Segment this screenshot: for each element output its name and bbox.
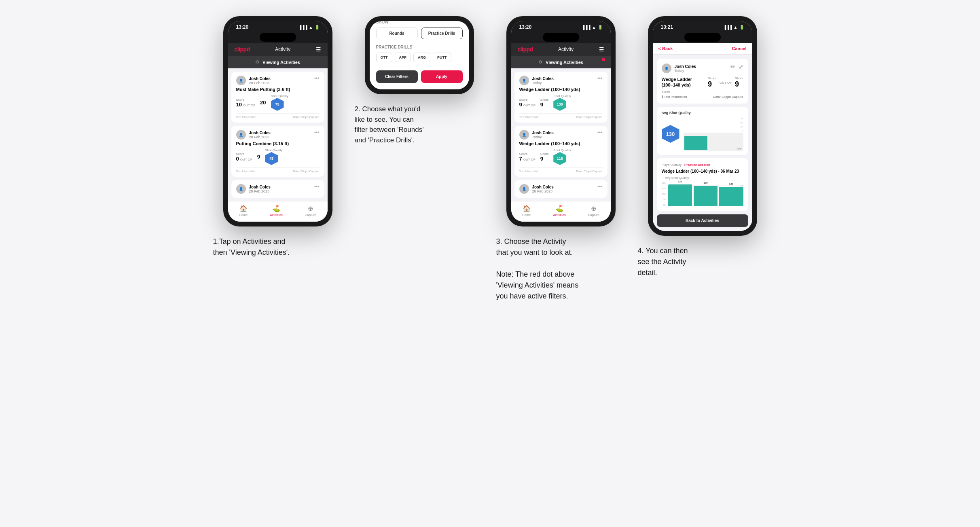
avg-hex-4: 130: [662, 125, 679, 143]
bar-val-2-4: 129: [703, 182, 707, 184]
edit-icon-4[interactable]: ✏: [730, 63, 735, 70]
chart-bar-4: [684, 136, 708, 150]
shots-label-3-2: Shots: [540, 152, 548, 156]
practice-drills-label-2: Practice Drills: [376, 45, 463, 49]
footer-right-3-2: Data: Clippd Capture: [576, 170, 602, 173]
chip-putt-2[interactable]: PUTT: [433, 53, 451, 62]
three-dots-1-1[interactable]: •••: [314, 76, 320, 81]
status-icons-4: ▐▐▐ ▲ 🔋: [723, 25, 744, 30]
info-icon-4: ℹ: [662, 95, 663, 99]
activity-card-1-2[interactable]: 👤 Josh Coles 28 Feb 2023 ••• Putting Com…: [231, 126, 324, 177]
activity-card-3-3[interactable]: 👤 Josh Coles 28 Feb 2023 •••: [514, 180, 607, 198]
battery-icon: 🔋: [315, 25, 320, 30]
step-1-description: 1.Tap on Activities and then 'Viewing Ac…: [213, 236, 343, 258]
bar-1-4: 132: [668, 184, 692, 206]
sq-label-1-2: Shot Quality: [265, 148, 283, 152]
modal-actions-2: Clear Filters Apply: [376, 70, 463, 83]
sq-block-3-2: Shot Quality 118: [553, 148, 571, 165]
footer-right-3-1: Data: Clippd Capture: [576, 116, 602, 119]
user-date-1-1: 28 Feb 2023: [249, 81, 271, 85]
activity-card-1-1[interactable]: 👤 Josh Coles 28 Feb 2023 ••• Must Make P…: [231, 72, 324, 123]
sq-hex-3-2: 118: [553, 152, 566, 165]
shots-block-3-1: Shots 9: [540, 98, 548, 108]
back-btn-4[interactable]: < Back: [658, 46, 673, 51]
status-bar-3: 13:20 ▐▐▐ ▲ 🔋: [511, 21, 611, 32]
tab-capture-3[interactable]: ⊕ Capture: [588, 205, 599, 217]
back-to-activities-btn-4[interactable]: Back to Activities: [657, 214, 748, 227]
notch-pill-1: [260, 33, 296, 42]
score-block-4: Score 9: [708, 76, 716, 89]
detail-user-card-4: 👤 Josh Coles Today ✏ ⤢: [657, 59, 748, 104]
three-dots-3-2[interactable]: •••: [597, 130, 603, 135]
avatar-3-2: 👤: [519, 130, 529, 140]
shots-num-1-1: 20: [260, 99, 266, 106]
nav-title-3: Activity: [558, 47, 574, 52]
score-val-4: 9: [708, 80, 716, 89]
status-bar-4: 13:21 ▐▐▐ ▲ 🔋: [653, 21, 752, 32]
clear-filters-btn-2[interactable]: Clear Filters: [376, 70, 418, 83]
viewing-banner-1[interactable]: ⚙ Viewing Activities: [228, 56, 328, 68]
shots-value-3-2: 9: [540, 156, 548, 162]
card-header-3-3: 👤 Josh Coles 28 Feb 2023 •••: [519, 184, 603, 194]
tab-home-1[interactable]: 🏠 Home: [239, 205, 248, 217]
activities-list-3: 👤 Josh Coles Today ••• Wedge Ladder (100…: [511, 68, 611, 201]
card-header-1-1: 👤 Josh Coles 28 Feb 2023 •••: [236, 76, 320, 85]
step-3-column: 13:20 ▐▐▐ ▲ 🔋 clippd Activity ☰: [496, 16, 626, 302]
card-title-1-1: Must Make Putting (3-6 ft): [236, 87, 320, 92]
tab-capture-1[interactable]: ⊕ Capture: [305, 205, 316, 217]
three-dots-1-2[interactable]: •••: [314, 130, 320, 135]
step-4-description: 4. You can then see the Activity detail.: [638, 246, 767, 278]
activities-label-3: Activities: [553, 213, 566, 217]
activity-card-3-2[interactable]: 👤 Josh Coles Today ••• Wedge Ladder (100…: [514, 126, 607, 177]
activity-card-1-3[interactable]: 👤 Josh Coles 28 Feb 2023 •••: [231, 180, 324, 198]
filter-chips-2: OTT APP ARG PUTT: [376, 53, 463, 62]
tab-activities-3[interactable]: ⛳ Activities: [553, 205, 566, 217]
three-dots-3-1[interactable]: •••: [597, 76, 603, 81]
app-nav-1: clippd Activity ☰: [228, 43, 328, 56]
step-2-column: 13:21 ▐▐▐ ▲ 🔋 clippd Activity ☰: [355, 16, 484, 302]
three-dots-1-3[interactable]: •••: [314, 184, 320, 190]
chip-ott-2[interactable]: OTT: [376, 53, 392, 62]
shots-block-1-2: 9: [257, 154, 260, 160]
score-value-1-1: 10 OUT OF: [236, 102, 256, 108]
drill-title-block-4: Wedge Ladder(100–140 yds) Score: [662, 76, 692, 93]
sq-block-1-1: Shot Quality 75: [271, 94, 289, 111]
card-user-3-2: 👤 Josh Coles Today: [519, 130, 554, 140]
avg-chart-4: 130 100 50 0 APP: [684, 117, 743, 151]
activity-card-3-1[interactable]: 👤 Josh Coles Today ••• Wedge Ladder (100…: [514, 72, 607, 123]
hamburger-icon-3[interactable]: ☰: [599, 46, 604, 53]
out-of-4: OUT OF: [720, 81, 732, 85]
avatar-4: 👤: [662, 63, 671, 73]
user-date-1-2: 28 Feb 2023: [249, 135, 271, 139]
time-1: 13:20: [236, 24, 249, 30]
score-block-1-2: Score 0 OUT OF: [236, 152, 252, 162]
phone-3-inner: 13:20 ▐▐▐ ▲ 🔋 clippd Activity ☰: [511, 21, 611, 222]
phone-4: 13:21 ▐▐▐ ▲ 🔋 < Back Cancel: [648, 16, 757, 236]
shots-val-4: 9: [735, 80, 743, 89]
three-dots-3-3[interactable]: •••: [597, 184, 603, 190]
score-label-3-1: Score: [519, 98, 536, 102]
score-label-1-1: Score: [236, 98, 256, 102]
viewing-banner-3[interactable]: ⚙ Viewing Activities: [511, 56, 611, 68]
apply-btn-2[interactable]: Apply: [421, 70, 463, 83]
chip-app-2[interactable]: APP: [395, 53, 411, 62]
rounds-btn-2[interactable]: Rounds: [376, 28, 418, 39]
avg-shot-row-4: 130 130 100 50 0: [662, 117, 743, 151]
shots-value-1-1: 20: [260, 99, 266, 106]
tab-activities-1[interactable]: ⛳ Activities: [270, 205, 283, 217]
battery-icon-4: 🔋: [739, 25, 744, 30]
activities-icon-3: ⛳: [555, 205, 563, 212]
chip-arg-2[interactable]: ARG: [413, 53, 430, 62]
detail-user-row-4: 👤 Josh Coles Today ✏ ⤢: [662, 63, 743, 73]
shots-lbl-4: Shots: [735, 76, 743, 80]
score-value-3-2: 7 OUT OF: [519, 156, 536, 162]
hamburger-icon-1[interactable]: ☰: [316, 46, 321, 53]
card-header-1-2: 👤 Josh Coles 28 Feb 2023 •••: [236, 130, 320, 140]
score-label-3-2: Score: [519, 152, 536, 156]
tab-home-3[interactable]: 🏠 Home: [522, 205, 531, 217]
cancel-btn-4[interactable]: Cancel: [732, 46, 746, 51]
card-title-3-1: Wedge Ladder (100–140 yds): [519, 87, 603, 92]
expand-icon-4[interactable]: ⤢: [739, 63, 743, 70]
practice-drills-btn-2[interactable]: Practice Drills: [421, 28, 463, 39]
status-bar-1: 13:20 ▐▐▐ ▲ 🔋: [228, 21, 328, 32]
